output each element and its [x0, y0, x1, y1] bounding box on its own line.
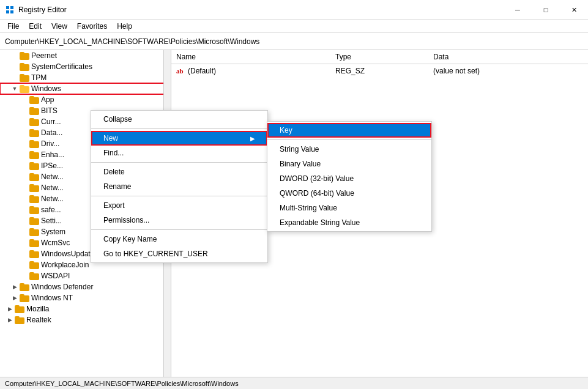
ctx-delete[interactable]: Delete [91, 165, 267, 179]
tree-item-mozilla[interactable]: ▶ Mozilla [0, 303, 171, 314]
sub-qword[interactable]: QWORD (64-bit) Value [267, 186, 431, 201]
arrow-icon: ▼ [10, 86, 20, 92]
col-header-type: Type [330, 51, 428, 62]
ctx-find[interactable]: Find... [91, 146, 267, 160]
sub-binary-value[interactable]: Binary Value [267, 157, 431, 171]
tree-item-peernet[interactable]: Peernet [0, 50, 171, 61]
tree-item-windowsnt[interactable]: ▶ Windows NT [0, 292, 171, 303]
tree-label: Realtek [26, 316, 51, 324]
ctx-copykeyname[interactable]: Copy Key Name [91, 232, 267, 246]
tree-label: Netw... [41, 183, 64, 192]
tree-label: Data... [41, 128, 62, 137]
ctx-export[interactable]: Export [91, 198, 267, 213]
tree-label: SystemCertificates [31, 62, 92, 71]
folder-icon [29, 184, 39, 192]
tree-item-wsdapi[interactable]: WSDAPI [0, 270, 171, 281]
arrow-icon: ▶ [10, 295, 20, 301]
tree-item-windefender[interactable]: ▶ Windows Defender [0, 281, 171, 292]
ctx-separator-1 [91, 128, 267, 129]
tree-item-app[interactable]: App [0, 94, 171, 105]
col-header-data: Data [428, 51, 588, 62]
sub-separator [267, 139, 431, 140]
sub-expandable-string[interactable]: Expandable String Value [267, 215, 431, 230]
cell-type: REG_SZ [330, 65, 428, 76]
folder-icon [29, 261, 39, 269]
folder-icon [29, 239, 39, 247]
tree-label: Mozilla [26, 305, 49, 313]
tree-item-tpm[interactable]: TPM [0, 72, 171, 83]
menu-favorites[interactable]: Favorites [72, 21, 112, 32]
sub-string-value[interactable]: String Value [267, 142, 431, 157]
folder-icon [29, 140, 39, 148]
folder-icon [29, 118, 39, 126]
folder-icon [29, 228, 39, 236]
tree-item-systemcerts[interactable]: SystemCertificates [0, 61, 171, 72]
maximize-button[interactable]: □ [532, 0, 560, 20]
menu-help[interactable]: Help [112, 21, 137, 32]
arrow-icon: ▶ [5, 317, 15, 323]
arrow-icon: ▶ [5, 306, 15, 312]
tree-label: WcmSvc [41, 239, 70, 247]
tree-label: BITS [41, 106, 58, 115]
ctx-collapse[interactable]: Collapse [91, 112, 267, 127]
sub-key[interactable]: Key [267, 123, 431, 138]
sub-multi-string[interactable]: Multi-String Value [267, 201, 431, 215]
folder-icon [29, 195, 39, 203]
address-bar: Computer\HKEY_LOCAL_MACHINE\SOFTWARE\Pol… [0, 33, 588, 50]
cell-data: (value not set) [428, 65, 588, 76]
tree-item-windows[interactable]: ▼ Windows [0, 83, 171, 94]
minimize-button[interactable]: ─ [504, 0, 532, 20]
ctx-permissions[interactable]: Permissions... [91, 213, 267, 228]
window-controls: ─ □ ✕ [504, 0, 588, 20]
tree-label: Netw... [41, 172, 64, 181]
tree-label: Windows Defender [31, 283, 93, 291]
folder-icon [29, 217, 39, 225]
tree-label: WSDAPI [41, 272, 70, 280]
address-path: Computer\HKEY_LOCAL_MACHINE\SOFTWARE\Pol… [5, 37, 259, 46]
cell-name: ab (Default) [171, 65, 330, 76]
tree-label: Peernet [31, 51, 57, 60]
tree-label: Windows [31, 84, 61, 93]
tree-label: Windows NT [31, 294, 73, 302]
tree-label: Curr... [41, 117, 61, 126]
folder-icon [20, 283, 29, 291]
tree-label: Netw... [41, 194, 64, 203]
folder-icon-open [20, 85, 29, 93]
title-bar-text: Registry Editor [18, 6, 583, 14]
tree-label: safe... [41, 206, 61, 214]
folder-icon [29, 96, 39, 104]
sub-dword[interactable]: DWORD (32-bit) Value [267, 171, 431, 186]
folder-icon [20, 74, 29, 82]
ctx-separator-4 [91, 229, 267, 230]
title-bar: Registry Editor ─ □ ✕ [0, 0, 588, 20]
table-row[interactable]: ab (Default) REG_SZ (value not set) [171, 64, 588, 78]
ctx-goto[interactable]: Go to HKEY_CURRENT_USER [91, 246, 267, 261]
close-button[interactable]: ✕ [560, 0, 588, 20]
folder-icon [29, 272, 39, 280]
tree-label: IPSe... [41, 161, 63, 170]
menu-file[interactable]: File [2, 21, 24, 32]
tree-label: App [41, 95, 54, 104]
ctx-separator-3 [91, 196, 267, 196]
menu-view[interactable]: View [47, 21, 72, 32]
menu-edit[interactable]: Edit [24, 21, 47, 32]
ctx-rename[interactable]: Rename [91, 179, 267, 194]
folder-icon [29, 129, 39, 137]
folder-icon [20, 63, 29, 71]
ab-icon: ab [176, 67, 184, 75]
col-header-name: Name [171, 51, 330, 62]
folder-icon [15, 316, 24, 324]
menu-bar: File Edit View Favorites Help [0, 20, 588, 33]
folder-icon [20, 52, 29, 60]
tree-label: WorkplaceJoin [41, 261, 89, 269]
column-headers: Name Type Data [171, 50, 588, 64]
app-icon [5, 5, 15, 15]
tree-label: TPM [31, 73, 47, 82]
ctx-new[interactable]: New ▶ [91, 131, 267, 146]
tree-item-realtek[interactable]: ▶ Realtek [0, 314, 171, 325]
folder-icon [29, 151, 39, 159]
tree-label: Setti... [41, 217, 62, 225]
submenu: Key String Value Binary Value DWORD (32-… [267, 121, 432, 232]
tree-label: Enha... [41, 150, 64, 159]
folder-icon [29, 162, 39, 170]
